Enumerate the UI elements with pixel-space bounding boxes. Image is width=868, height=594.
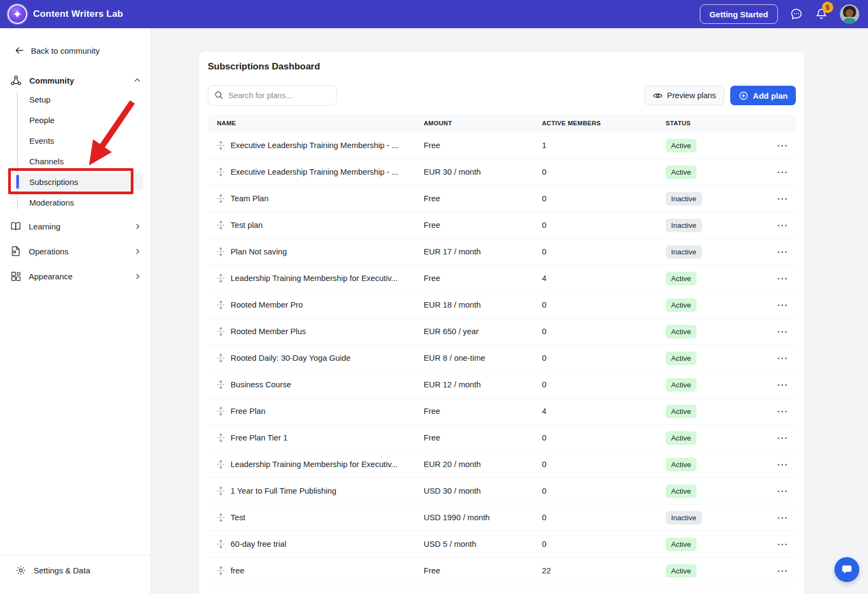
plan-active-members: 0: [542, 194, 666, 203]
table-row[interactable]: 60-day free trialUSD 5 / month0Active⋯: [208, 531, 796, 558]
row-menu-button[interactable]: ⋯: [777, 273, 788, 284]
status-badge: Active: [666, 431, 697, 445]
back-to-community-link[interactable]: Back to community: [14, 44, 150, 56]
row-menu-button[interactable]: ⋯: [777, 539, 788, 550]
table-row[interactable]: TestUSD 1990 / month0Inactive⋯: [208, 504, 796, 531]
sidebar-item-label: Events: [29, 136, 54, 145]
status-badge: Active: [666, 538, 697, 551]
row-menu-button[interactable]: ⋯: [777, 353, 788, 363]
table-row[interactable]: Leadership Training Membership for Execu…: [208, 265, 796, 292]
plans-table: NAME AMOUNT ACTIVE MEMBERS STATUS Execut…: [208, 114, 796, 584]
preview-plans-button[interactable]: Preview plans: [644, 86, 724, 105]
drag-handle-icon[interactable]: [217, 459, 225, 469]
sidebar-group-community[interactable]: Community: [10, 73, 142, 88]
table-row[interactable]: 1 Year to Full Time PublishingUSD 30 / m…: [208, 478, 796, 504]
plan-name: Rooted Daily: 30-Day Yoga Guide: [231, 354, 350, 362]
drag-handle-icon[interactable]: [217, 406, 225, 416]
row-menu-button[interactable]: ⋯: [777, 459, 788, 470]
table-row[interactable]: Executive Leadership Training Membership…: [208, 159, 796, 186]
plan-amount: EUR 12 / month: [424, 380, 542, 389]
messages-icon[interactable]: [790, 8, 803, 21]
page-title: Subscriptions Dashboard: [208, 61, 796, 72]
avatar[interactable]: [840, 4, 859, 24]
drag-handle-icon[interactable]: [217, 140, 225, 150]
table-row[interactable]: Rooted Daily: 30-Day Yoga GuideEUR 8 / o…: [208, 345, 796, 372]
table-row[interactable]: Test planFree0Inactive⋯: [208, 212, 796, 239]
drag-handle-icon[interactable]: [217, 327, 225, 336]
getting-started-button[interactable]: Getting Started: [700, 4, 778, 24]
status-badge: Active: [666, 352, 697, 365]
drag-handle-icon[interactable]: [217, 273, 225, 283]
table-row[interactable]: Free PlanFree4Active⋯: [208, 398, 796, 425]
drag-handle-icon[interactable]: [217, 566, 225, 576]
drag-handle-icon[interactable]: [217, 220, 225, 230]
plan-active-members: 4: [542, 274, 666, 283]
row-menu-button[interactable]: ⋯: [777, 379, 788, 390]
drag-handle-icon[interactable]: [217, 433, 225, 443]
chat-bubble-icon: [840, 563, 853, 576]
row-menu-button[interactable]: ⋯: [777, 140, 788, 151]
settings-and-data-link[interactable]: Settings & Data: [0, 555, 150, 594]
notifications[interactable]: 5: [815, 8, 828, 21]
sidebar-item-label: People: [29, 116, 55, 125]
row-menu-button[interactable]: ⋯: [777, 167, 788, 177]
row-menu-button[interactable]: ⋯: [777, 299, 788, 310]
chat-widget-button[interactable]: [834, 557, 859, 582]
drag-handle-icon[interactable]: [217, 167, 225, 177]
status-badge: Active: [666, 564, 697, 578]
drag-handle-icon[interactable]: [217, 247, 225, 257]
row-menu-button[interactable]: ⋯: [777, 432, 788, 443]
search-input[interactable]: [208, 85, 337, 106]
brand-title: Content Writers Lab: [33, 9, 123, 20]
plan-amount: EUR 30 / month: [424, 168, 542, 176]
plan-name: free: [231, 566, 245, 575]
row-menu-button[interactable]: ⋯: [777, 486, 788, 496]
table-row[interactable]: Leadership Training Membership for Execu…: [208, 451, 796, 478]
sidebar-item-operations[interactable]: Operations: [0, 239, 150, 264]
sidebar-item-learning[interactable]: Learning: [0, 214, 150, 239]
plan-active-members: 0: [542, 354, 666, 362]
sidebar-item-moderations[interactable]: Moderations: [0, 192, 150, 213]
document-gear-icon: [10, 245, 22, 257]
table-row[interactable]: Free Plan Tier 1Free0Active⋯: [208, 425, 796, 451]
table-row[interactable]: Executive Leadership Training Membership…: [208, 132, 796, 159]
add-plan-button[interactable]: Add plan: [730, 86, 796, 105]
row-menu-button[interactable]: ⋯: [777, 193, 788, 204]
table-row[interactable]: Rooted Member ProEUR 18 / month0Active⋯: [208, 292, 796, 318]
plan-name: Rooted Member Pro: [231, 301, 303, 309]
table-row[interactable]: Business CourseEUR 12 / month0Active⋯: [208, 372, 796, 398]
table-row[interactable]: Rooted Member PlusEUR 650 / year0Active⋯: [208, 318, 796, 345]
plan-active-members: 0: [542, 327, 666, 336]
row-menu-button[interactable]: ⋯: [777, 512, 788, 523]
plan-name: Test plan: [231, 221, 263, 229]
row-menu-button[interactable]: ⋯: [777, 246, 788, 257]
drag-handle-icon[interactable]: [217, 513, 225, 522]
drag-handle-icon[interactable]: [217, 194, 225, 203]
row-menu-button[interactable]: ⋯: [777, 565, 788, 576]
row-menu-button[interactable]: ⋯: [777, 220, 788, 231]
table-row[interactable]: freeFree22Active⋯: [208, 558, 796, 584]
plan-amount: Free: [424, 221, 542, 229]
drag-handle-icon[interactable]: [217, 486, 225, 496]
chevron-right-icon: [133, 247, 142, 256]
plus-circle-icon: [738, 91, 749, 101]
sidebar-item-people[interactable]: People: [0, 110, 150, 130]
drag-handle-icon[interactable]: [217, 353, 225, 363]
table-row[interactable]: Team PlanFree0Inactive⋯: [208, 186, 796, 212]
plan-active-members: 0: [542, 168, 666, 176]
drag-handle-icon[interactable]: [217, 380, 225, 389]
drag-handle-icon[interactable]: [217, 539, 225, 549]
sidebar-item-subscriptions[interactable]: Subscriptions: [0, 171, 150, 192]
sidebar-item-channels[interactable]: Channels: [0, 151, 150, 171]
sidebar-item-setup[interactable]: Setup: [0, 89, 150, 110]
plan-amount: Free: [424, 274, 542, 283]
sidebar-item-events[interactable]: Events: [0, 130, 150, 151]
table-row[interactable]: Plan Not savingEUR 17 / month0Inactive⋯: [208, 239, 796, 265]
row-menu-button[interactable]: ⋯: [777, 326, 788, 337]
sidebar-sections: Learning Operations Appearance: [0, 214, 150, 289]
search-icon: [214, 90, 224, 100]
drag-handle-icon[interactable]: [217, 300, 225, 310]
row-menu-button[interactable]: ⋯: [777, 406, 788, 417]
sidebar-item-appearance[interactable]: Appearance: [0, 264, 150, 289]
status-badge: Active: [666, 378, 697, 392]
